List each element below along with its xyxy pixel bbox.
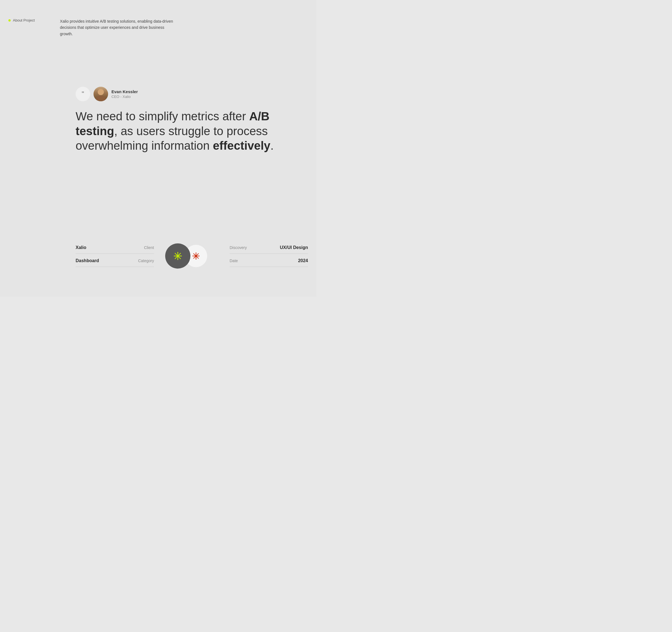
detail-row-category: Dashboard Category <box>76 258 154 267</box>
quote-part1: We need to simplify metrics after <box>76 110 249 123</box>
about-label: About Project <box>8 18 35 22</box>
author-row: " Evan Kessler CEO - Xalio <box>76 87 308 101</box>
detail-label-category: Dashboard <box>76 258 115 263</box>
quote-end: . <box>270 139 274 152</box>
svg-point-15 <box>199 256 200 256</box>
svg-point-5 <box>177 259 178 260</box>
about-description: Xalio provides intuitive A/B testing sol… <box>60 18 177 37</box>
testimonial-section: " Evan Kessler CEO - Xalio We need to si… <box>76 87 308 153</box>
quote-bubble: " <box>76 87 90 101</box>
page-wrapper: About Project Xalio provides intuitive A… <box>0 0 316 297</box>
detail-value-client: Client <box>144 245 154 250</box>
project-details-right: Discovery UX/UI Design Date 2024 <box>230 245 308 267</box>
svg-point-6 <box>174 255 175 256</box>
logo-circle-dark <box>165 244 190 269</box>
about-dot-icon <box>8 19 10 22</box>
quote-mark-icon: " <box>81 91 84 96</box>
avatar <box>94 87 108 101</box>
about-label-text: About Project <box>13 18 35 22</box>
about-section: About Project Xalio provides intuitive A… <box>8 18 177 37</box>
author-info: Evan Kessler CEO - Xalio <box>112 89 138 99</box>
detail-label-discovery: Discovery <box>230 245 258 250</box>
quote-highlight2: effectively <box>213 139 270 152</box>
project-details-left: Xalio Client Dashboard Category <box>76 245 154 267</box>
detail-label-client: Xalio <box>76 245 115 250</box>
avatar-face <box>94 87 108 101</box>
detail-row-date: Date 2024 <box>230 258 308 267</box>
detail-value-date: 2024 <box>298 258 308 263</box>
author-title: CEO - Xalio <box>112 95 138 99</box>
author-name: Evan Kessler <box>112 89 138 94</box>
detail-row-client: Xalio Client <box>76 245 154 254</box>
svg-point-7 <box>181 255 182 256</box>
detail-label-date: Date <box>230 258 258 263</box>
bottom-section: Xalio Client Dashboard Category <box>76 244 308 269</box>
detail-row-discovery: Discovery UX/UI Design <box>230 245 308 254</box>
svg-point-13 <box>196 259 196 260</box>
logo-area <box>165 244 207 269</box>
snowflake-dark-icon <box>173 252 182 260</box>
detail-value-discovery: UX/UI Design <box>280 245 308 250</box>
detail-value-category: Category <box>138 258 154 263</box>
svg-point-14 <box>192 256 193 256</box>
snowflake-red-icon <box>192 252 200 260</box>
svg-point-4 <box>177 252 178 253</box>
quote-text: We need to simplify metrics after A/B te… <box>76 109 305 153</box>
svg-point-12 <box>196 252 196 253</box>
